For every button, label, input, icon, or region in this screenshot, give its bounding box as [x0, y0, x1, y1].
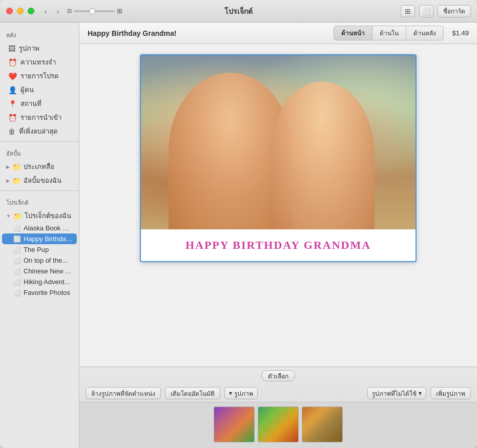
folder-icon-3: 📁 [13, 212, 22, 220]
sidebar-item-my-projects[interactable]: ▼ 📁 โปรเจ็กต์ของฉัน [2, 209, 77, 223]
window-controls [6, 8, 34, 14]
card-price: $1.49 [452, 29, 469, 37]
person2-silhouette [270, 81, 375, 229]
greeting-card[interactable]: HAPPY BIRTHDAY GRANDMA [140, 54, 417, 262]
card-title: Happy Birthday Grandma! [88, 29, 334, 37]
maximize-button[interactable] [28, 8, 34, 14]
split-icon: ⬜ [422, 7, 431, 15]
app-window: ‹ › ⊟ ⊞ โปรเจ็กต์ ⊞ ⬜ ชื่อการ์ด คลัง [0, 0, 477, 448]
titlebar-actions: ⊞ ⬜ ชื่อการ์ด [401, 5, 471, 17]
favorites-icon: ❤️ [8, 72, 17, 80]
share-label: ชื่อการ์ด [443, 6, 465, 16]
selector-button[interactable]: ตัวเลือก [261, 370, 295, 381]
photo-thumb-1[interactable] [214, 407, 255, 442]
expand-icon-3: ▼ [6, 214, 11, 219]
sidebar-item-places[interactable]: 📍 สถานที่ [2, 97, 77, 111]
folder-icon-2: 📁 [12, 177, 21, 185]
project-icon-1: ⬜ [13, 225, 21, 232]
bottom-toolbar: ตัวเลือก ล้างรูปภาพที่จัดตำแหน่ง เติมโดย… [79, 367, 477, 448]
sidebar-subitem-alaska[interactable]: ⬜ Alaska Book Pr... [2, 223, 77, 233]
project-icon-3: ⬜ [13, 246, 21, 253]
sidebar-subitem-fav-photos[interactable]: ⬜ Favorite Photos [2, 287, 77, 298]
project-icon-5: ⬜ [13, 268, 21, 275]
memories-icon: ⏰ [8, 58, 17, 67]
back-button[interactable]: ‹ [40, 6, 51, 16]
minimize-button[interactable] [17, 8, 24, 14]
sidebar-item-memories[interactable]: ⏰ ความทรงจำ [2, 55, 77, 69]
divider-2 [0, 190, 79, 191]
places-icon: 📍 [8, 100, 17, 108]
add-photo-button[interactable]: เพิ่มรูปภาพ [430, 387, 471, 399]
photo-thumb-3[interactable] [302, 407, 343, 442]
photos-icon: 🖼 [8, 45, 15, 53]
toolbar-actions: ล้างรูปภาพที่จัดตำแหน่ง เติมโดยอัตโนมัติ… [79, 385, 477, 402]
sidebar-item-imports[interactable]: ⏰ รายการนำเข้า [2, 111, 77, 124]
sidebar-item-people[interactable]: 👤 ผู้คน [2, 83, 77, 97]
view-grid-button[interactable]: ⊞ [401, 5, 415, 17]
photos-dropdown[interactable]: ▾ รูปภาพ [224, 387, 258, 399]
window-title: โปรเจ็กต์ [224, 6, 253, 17]
photo-content [141, 55, 416, 229]
zoom-thumb[interactable] [89, 8, 95, 14]
card-header: Happy Birthday Grandma! ด้านหน้า ด้านใน … [79, 23, 477, 44]
clear-photos-button[interactable]: ล้างรูปภาพที่จัดตำแหน่ง [86, 387, 161, 399]
card-caption-area[interactable]: HAPPY BIRTHDAY GRANDMA [141, 229, 416, 261]
sidebar-subitem-hiking[interactable]: ⬜ Hiking Adventure [2, 276, 77, 287]
expand-icon: ▶ [6, 164, 10, 169]
sidebar-item-photos[interactable]: 🖼 รูปภาพ [2, 41, 77, 55]
expand-icon-2: ▶ [6, 178, 10, 183]
zoom-out-icon: ⊟ [67, 8, 72, 14]
sidebar-item-favorites[interactable]: ❤️ รายการโปรด [2, 69, 77, 83]
forward-button[interactable]: › [53, 6, 63, 16]
auto-fill-button[interactable]: เติมโดยอัตโนมัติ [165, 387, 220, 399]
tab-back[interactable]: ด้านหลัง [406, 26, 444, 40]
sidebar-subitem-the-pup[interactable]: ⬜ The Pup [2, 244, 77, 255]
zoom-slider-area: ⊟ ⊞ [67, 7, 122, 15]
card-caption-text: HAPPY BIRTHDAY GRANDMA [149, 239, 407, 252]
view-split-button[interactable]: ⬜ [419, 5, 433, 17]
project-icon-7: ⬜ [13, 289, 21, 296]
project-icon-6: ⬜ [13, 279, 21, 286]
sidebar: คลัง 🖼 รูปภาพ ⏰ ความทรงจำ ❤️ รายการโปรด … [0, 23, 79, 448]
project-icon-4: ⬜ [13, 257, 21, 264]
sidebar-subitem-happy-bday[interactable]: ⬜ Happy Birthday... [2, 233, 77, 244]
toolbar-top: ตัวเลือก [79, 367, 477, 385]
tab-front[interactable]: ด้านหน้า [334, 26, 372, 40]
card-preview-area: HAPPY BIRTHDAY GRANDMA [79, 44, 477, 367]
section-label-library: คลัง [0, 27, 79, 41]
divider-1 [0, 141, 79, 142]
tab-inside[interactable]: ด้านใน [372, 26, 406, 40]
sidebar-item-my-albums[interactable]: ▶ 📁 อัลบั้มของฉัน [2, 174, 77, 187]
trash-icon: 🗑 [8, 127, 15, 136]
unused-photos-button[interactable]: รูปภาพที่ไม่ได้ใช้ ▾ [367, 387, 426, 399]
main-area: คลัง 🖼 รูปภาพ ⏰ ความทรงจำ ❤️ รายการโปรด … [0, 23, 477, 448]
unused-photos-label: รูปภาพที่ไม่ได้ใช้ [372, 389, 417, 398]
sidebar-subitem-chinese[interactable]: ⬜ Chinese New Y... [2, 266, 77, 276]
close-button[interactable] [6, 8, 13, 14]
section-label-albums: อัลบั้ม [0, 145, 79, 160]
card-tabs: ด้านหน้า ด้านใน ด้านหลัง [334, 26, 444, 40]
share-button[interactable]: ชื่อการ์ด [438, 5, 471, 17]
nav-buttons: ‹ › [40, 6, 63, 16]
imports-icon: ⏰ [8, 114, 17, 122]
zoom-in-icon: ⊞ [117, 7, 122, 15]
titlebar: ‹ › ⊟ ⊞ โปรเจ็กต์ ⊞ ⬜ ชื่อการ์ด [0, 0, 477, 23]
photo-strip [79, 402, 477, 448]
section-label-projects: โปรเจ็กต์ [0, 194, 79, 209]
sidebar-subitem-on-top[interactable]: ⬜ On top of the... [2, 255, 77, 266]
card-photo[interactable] [141, 55, 416, 229]
sidebar-item-recently-deleted[interactable]: 🗑 ที่เพิ่งลบล่าสุด [2, 124, 77, 138]
grid-icon: ⊞ [405, 7, 411, 15]
photo-thumb-2[interactable] [258, 407, 299, 442]
project-icon-2: ⬜ [13, 236, 21, 243]
people-icon: 👤 [8, 86, 17, 94]
content-area: Happy Birthday Grandma! ด้านหน้า ด้านใน … [79, 23, 477, 448]
photos-dropdown-label: รูปภาพ [234, 389, 253, 398]
zoom-track[interactable] [74, 10, 115, 12]
chevron-down-icon: ▾ [229, 390, 232, 397]
folder-icon: 📁 [12, 163, 21, 171]
chevron-down-icon-2: ▾ [419, 390, 422, 397]
sidebar-item-media-types[interactable]: ▶ 📁 ประเภทสื่อ [2, 160, 77, 174]
